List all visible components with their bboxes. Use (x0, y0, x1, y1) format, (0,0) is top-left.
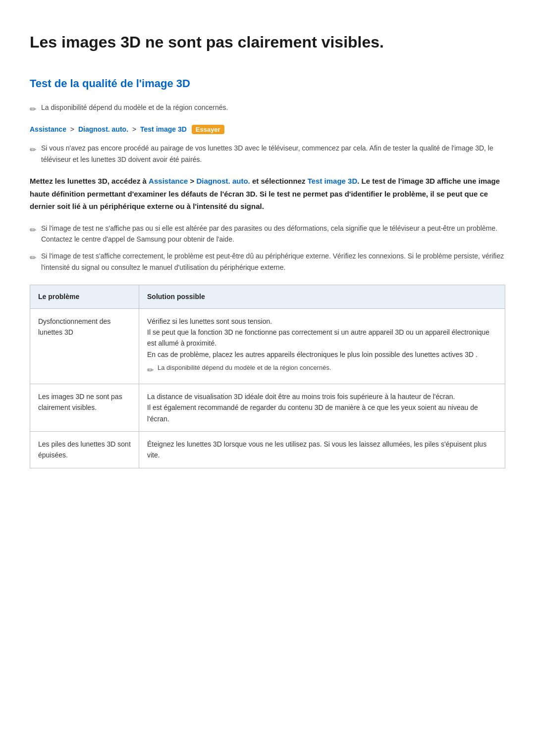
table-header-row: Le problème Solution possible (30, 285, 505, 308)
section-title: Test de la qualité de l'image 3D (30, 75, 505, 92)
table-row: Les images 3D ne sont pas clairement vis… (30, 384, 505, 431)
breadcrumb: Assistance > Diagnost. auto. > Test imag… (30, 124, 505, 135)
problems-table: Le problème Solution possible Dysfonctio… (30, 285, 505, 468)
problem-cell: Les images 3D ne sont pas clairement vis… (30, 384, 139, 431)
breadcrumb-diagnost[interactable]: Diagnost. auto. (78, 125, 128, 133)
breadcrumb-assistance[interactable]: Assistance (30, 125, 66, 133)
breadcrumb-test-image[interactable]: Test image 3D (140, 125, 187, 133)
pencil-icon-2: ✏ (30, 144, 36, 156)
table-row: Les piles des lunettes 3D sont épuisées.… (30, 431, 505, 468)
table-note: ✏La disponibilité dépend du modèle et de… (147, 363, 497, 377)
col-problem-header: Le problème (30, 285, 139, 308)
pencil-icon-1: ✏ (30, 103, 36, 116)
main-paragraph: Mettez les lunettes 3D, accédez à Assist… (30, 175, 505, 213)
breadcrumb-sep1: > (70, 125, 74, 133)
solution-cell: Vérifiez si les lunettes sont sous tensi… (139, 308, 505, 384)
try-button[interactable]: Essayer (192, 125, 224, 134)
main-link-diagnost[interactable]: Diagnost. auto. (196, 177, 250, 185)
pencil-icon-4: ✏ (30, 252, 36, 264)
breadcrumb-sep2: > (132, 125, 136, 133)
problem-cell: Les piles des lunettes 3D sont épuisées. (30, 431, 139, 468)
pencil-icon-table: ✏ (147, 364, 154, 377)
col-solution-header: Solution possible (139, 285, 505, 308)
main-link-assistance[interactable]: Assistance (149, 177, 188, 185)
bullet-section: ✏ Si l'image de test ne s'affiche pas ou… (30, 223, 505, 273)
table-row: Dysfonctionnement des lunettes 3DVérifie… (30, 308, 505, 384)
solution-cell: Éteignez les lunettes 3D lorsque vous ne… (139, 431, 505, 468)
problem-cell: Dysfonctionnement des lunettes 3D (30, 308, 139, 384)
bullet-1: ✏ Si l'image de test ne s'affiche pas ou… (30, 223, 505, 245)
main-link-test-image[interactable]: Test image 3D (308, 177, 358, 185)
page-title: Les images 3D ne sont pas clairement vis… (30, 30, 505, 55)
solution-cell: La distance de visualisation 3D idéale d… (139, 384, 505, 431)
bullet-2: ✏ Si l'image de test s'affiche correctem… (30, 251, 505, 273)
pencil-icon-3: ✏ (30, 224, 36, 237)
note-pairing: ✏ Si vous n'avez pas encore procédé au p… (30, 143, 505, 165)
note-availability: ✏ La disponibilité dépend du modèle et d… (30, 102, 505, 116)
